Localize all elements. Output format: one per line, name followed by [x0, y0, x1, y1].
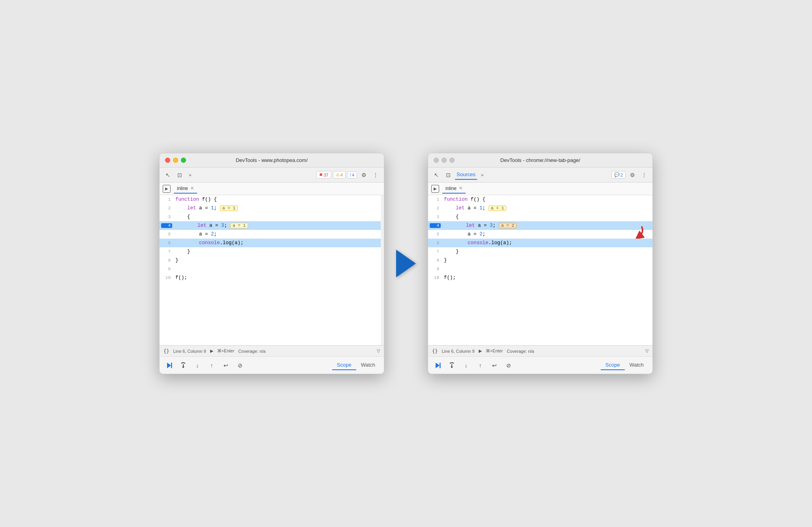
tab-area-1: » — [186, 171, 313, 179]
line-num-2-3: 3 — [428, 215, 442, 219]
format-icon-1[interactable]: {} — [164, 348, 169, 354]
sources-tab-2[interactable]: Sources — [455, 171, 477, 180]
file-tab-close-1[interactable]: ✕ — [190, 186, 194, 191]
code-line-9: 9 — [160, 265, 384, 273]
watch-tab-2[interactable]: Watch — [625, 360, 648, 370]
svg-marker-0 — [167, 363, 171, 368]
line-num-2-6: 6 — [428, 241, 442, 245]
line-content-2-5: a = 2; — [442, 230, 652, 239]
scene: DevTools - www.photopea.com/ ↖ ⊡ » ✖ 37 … — [159, 153, 653, 374]
file-tab-inline-1[interactable]: inline ✕ — [174, 184, 197, 194]
minimize-button-2[interactable] — [442, 158, 447, 163]
settings-icon-2[interactable]: ⚙ — [627, 170, 637, 180]
line-num-5: 5 — [160, 232, 174, 237]
line-content-7: } — [174, 247, 384, 256]
layers-icon[interactable]: ⊡ — [175, 170, 185, 180]
step-back-btn-2[interactable]: ↩ — [489, 360, 500, 371]
chat-count: 2 — [620, 173, 623, 177]
line-num-2-9: 9 — [428, 267, 442, 271]
line-num-9: 9 — [160, 267, 174, 271]
status-shortcut-1: ⌘+Enter — [217, 348, 235, 354]
code-line-8: 8 } — [160, 256, 384, 265]
file-tab-label-2: inline — [445, 186, 457, 191]
line-num-2-2: 2 — [428, 206, 442, 211]
cursor-icon[interactable]: ↖ — [163, 170, 173, 180]
step-out-btn-2[interactable]: ↑ — [475, 360, 486, 371]
line-num-4: 4 — [161, 223, 172, 228]
minimize-button[interactable] — [173, 158, 178, 163]
more-menu-icon-2[interactable]: ⋮ — [639, 170, 649, 180]
status-scroll-2[interactable]: ▽ — [645, 348, 648, 354]
error-badge[interactable]: ✖ 37 — [316, 171, 331, 179]
line-content-2: let a = 1;a = 1 — [174, 204, 384, 213]
deactivate-btn-1[interactable]: ⊘ — [235, 360, 246, 371]
layers-icon-2[interactable]: ⊡ — [443, 170, 453, 180]
line-num-2-8: 8 — [428, 258, 442, 263]
close-button[interactable] — [165, 158, 170, 163]
info-badge[interactable]: ! 4 — [347, 171, 357, 179]
navigation-arrow — [396, 250, 416, 277]
code-line-2-9: 9 — [428, 265, 652, 273]
code-line-3: 3 { — [160, 213, 384, 221]
run-icon-2[interactable]: ▶ — [431, 185, 439, 193]
devtools-window-1: DevTools - www.photopea.com/ ↖ ⊡ » ✖ 37 … — [159, 153, 384, 374]
inline-val-2: a = 1 — [220, 205, 238, 211]
svg-marker-3 — [182, 367, 184, 368]
svg-marker-7 — [451, 367, 453, 368]
inline-val-2-2: a = 1 — [489, 205, 506, 211]
code-line-10: 10 f(); — [160, 273, 384, 282]
info-icon: ! — [350, 173, 351, 177]
step-into-btn-1[interactable]: ↓ — [192, 360, 203, 371]
more-tabs-icon-2[interactable]: » — [479, 171, 486, 179]
line-content-8: } — [174, 256, 384, 265]
file-tab-bar-2: ▶ inline ✕ — [428, 183, 652, 195]
resume-btn-2[interactable] — [432, 360, 443, 371]
format-icon-2[interactable]: {} — [432, 348, 438, 354]
scope-tab-2[interactable]: Scope — [601, 360, 625, 370]
more-tabs-icon[interactable]: » — [186, 171, 194, 179]
line-content-10: f(); — [174, 273, 384, 282]
scope-tab-1[interactable]: Scope — [332, 360, 356, 370]
line-content-2-6: console.log(a); — [442, 239, 652, 247]
file-tab-inline-2[interactable]: inline ✕ — [442, 184, 466, 194]
scrollbar-1[interactable] — [381, 195, 384, 345]
window-title-2: DevTools - chrome://new-tab-page/ — [500, 157, 580, 163]
cursor-icon-2[interactable]: ↖ — [431, 170, 442, 180]
maximize-button-2[interactable] — [449, 158, 455, 163]
chat-badge[interactable]: 💬 2 — [611, 171, 626, 179]
status-coverage-2: Coverage: n/a — [507, 349, 534, 354]
close-button-2[interactable] — [434, 158, 439, 163]
status-run-2: ▶ — [479, 348, 482, 354]
warn-count: 4 — [340, 173, 343, 177]
line-num-6: 6 — [160, 241, 174, 245]
title-bar-2: DevTools - chrome://new-tab-page/ — [428, 153, 652, 168]
step-into-btn-2[interactable]: ↓ — [461, 360, 472, 371]
line-content-5: a = 2; — [174, 230, 384, 239]
step-back-btn-1[interactable]: ↩ — [220, 360, 231, 371]
step-over-btn-1[interactable] — [178, 360, 189, 371]
settings-icon[interactable]: ⚙ — [359, 170, 369, 180]
svg-marker-4 — [436, 363, 440, 368]
window-title-1: DevTools - www.photopea.com/ — [236, 157, 308, 163]
step-over-btn-2[interactable] — [446, 360, 457, 371]
file-tab-bar-1: ▶ inline ✕ — [160, 183, 384, 195]
line-num-1: 1 — [160, 197, 174, 202]
line-num-10: 10 — [160, 275, 174, 280]
devtools-window-2: DevTools - chrome://new-tab-page/ ↖ ⊡ So… — [428, 153, 653, 374]
watch-tab-1[interactable]: Watch — [356, 360, 380, 370]
line-content-2-1: function f() { — [442, 195, 652, 204]
more-menu-icon[interactable]: ⋮ — [370, 170, 381, 180]
deactivate-btn-2[interactable]: ⊘ — [503, 360, 514, 371]
maximize-button[interactable] — [181, 158, 186, 163]
status-scroll-1[interactable]: ▽ — [377, 348, 380, 354]
resume-btn-1[interactable] — [164, 360, 175, 371]
line-num-2-7: 7 — [428, 249, 442, 254]
error-icon: ✖ — [319, 172, 323, 177]
run-icon-1[interactable]: ▶ — [163, 185, 171, 193]
status-run-1: ▶ — [210, 348, 213, 354]
warn-badge[interactable]: ⚠ 4 — [333, 171, 346, 179]
step-out-btn-1[interactable]: ↑ — [206, 360, 217, 371]
code-line-2: 2 let a = 1;a = 1 — [160, 204, 384, 213]
file-tab-close-2[interactable]: ✕ — [459, 186, 462, 191]
badges-1: ✖ 37 ⚠ 4 ! 4 — [316, 171, 357, 179]
